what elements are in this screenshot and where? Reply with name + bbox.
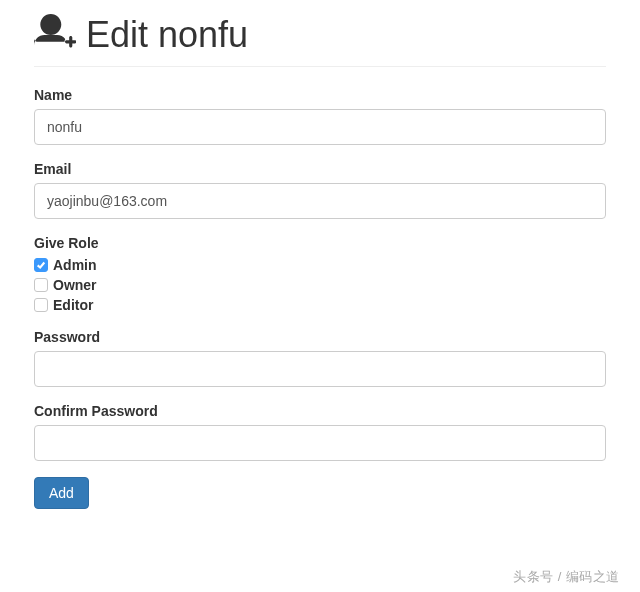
role-label-owner: Owner — [53, 277, 97, 293]
name-input[interactable] — [34, 109, 606, 145]
give-role-group: Give Role AdminOwnerEditor — [34, 235, 606, 313]
role-label-admin: Admin — [53, 257, 97, 273]
edit-user-form: Name Email Give Role AdminOwnerEditor Pa… — [34, 87, 606, 509]
role-checkbox-owner[interactable] — [34, 278, 48, 292]
password-group: Password — [34, 329, 606, 387]
role-checkbox-admin[interactable] — [34, 258, 48, 272]
name-label: Name — [34, 87, 606, 103]
password-input[interactable] — [34, 351, 606, 387]
email-input[interactable] — [34, 183, 606, 219]
confirm-password-group: Confirm Password — [34, 403, 606, 461]
role-label-editor: Editor — [53, 297, 93, 313]
role-row-admin: Admin — [34, 257, 606, 273]
user-plus-icon — [34, 14, 76, 56]
email-label: Email — [34, 161, 606, 177]
confirm-password-input[interactable] — [34, 425, 606, 461]
give-role-label: Give Role — [34, 235, 606, 251]
email-group: Email — [34, 161, 606, 219]
page-title: Edit nonfu — [86, 15, 248, 55]
role-checkbox-editor[interactable] — [34, 298, 48, 312]
name-group: Name — [34, 87, 606, 145]
watermark-text: 头条号 / 编码之道 — [513, 568, 620, 586]
role-row-editor: Editor — [34, 297, 606, 313]
add-button[interactable]: Add — [34, 477, 89, 509]
page-header: Edit nonfu — [34, 14, 606, 67]
password-label: Password — [34, 329, 606, 345]
role-row-owner: Owner — [34, 277, 606, 293]
confirm-password-label: Confirm Password — [34, 403, 606, 419]
